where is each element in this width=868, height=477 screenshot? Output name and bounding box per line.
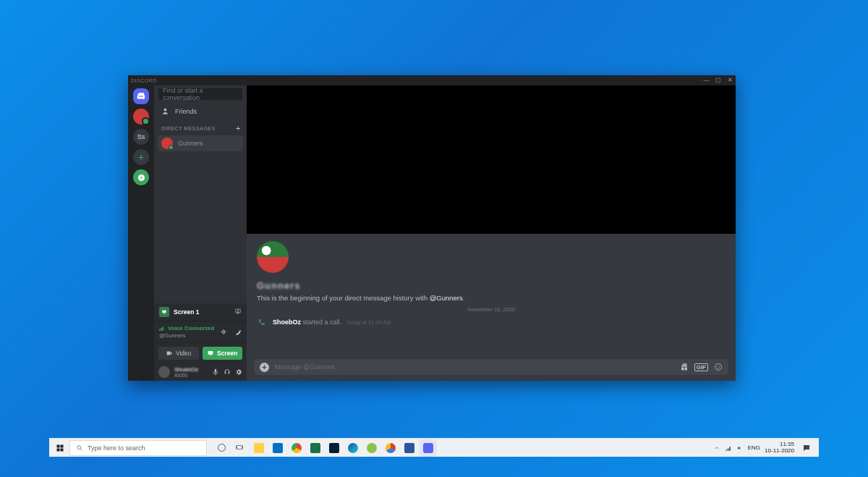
compass-icon	[137, 174, 145, 182]
recipient-avatar	[257, 241, 289, 273]
main-chat: Gunners This is the beginning of your di…	[247, 85, 736, 381]
svg-point-14	[77, 445, 81, 449]
action-center-button[interactable]	[799, 440, 814, 456]
user-info[interactable]: ShoebOz #0000	[158, 366, 198, 378]
chat-area: Gunners This is the beginning of your di…	[247, 234, 736, 355]
gif-button[interactable]: GIF	[694, 363, 708, 371]
call-message: ShoebOz started a call. Today at 11:24 A…	[257, 317, 726, 327]
taskbar-search[interactable]: Type here to search	[69, 440, 207, 456]
app-icon-2[interactable]	[382, 439, 399, 457]
user-bar: ShoebOz #0000	[154, 363, 247, 381]
app-icon[interactable]	[363, 439, 380, 457]
svg-rect-10	[57, 444, 60, 447]
svg-rect-12	[57, 448, 60, 451]
svg-rect-5	[208, 351, 213, 355]
home-button[interactable]	[133, 88, 149, 104]
direct-messages-header: DIRECT MESSAGES +	[154, 119, 247, 134]
window-controls: — ▢ ✕	[704, 77, 733, 83]
tray-chevron-icon[interactable]	[713, 444, 720, 452]
network-icon[interactable]	[725, 444, 732, 452]
language-indicator[interactable]: ENG	[748, 444, 760, 451]
svg-rect-16	[237, 445, 242, 449]
windows-taskbar: Type here to search ENG 11:35 10-11-2020	[49, 438, 819, 457]
edge-icon[interactable]	[344, 439, 362, 457]
create-dm-button[interactable]: +	[236, 124, 241, 132]
stop-screenshare-button[interactable]	[234, 308, 242, 316]
add-server-button[interactable]: +	[133, 149, 149, 165]
discord-window: DISCORD — ▢ ✕ Ss + Find or start a conve…	[128, 75, 736, 381]
minimize-button[interactable]: —	[704, 77, 710, 83]
window-titlebar: DISCORD — ▢ ✕	[128, 75, 736, 85]
discord-taskbar-icon[interactable]	[420, 439, 437, 457]
voice-connected-label: Voice Connected	[159, 325, 214, 332]
dm-item-gunners[interactable]: Gunners	[158, 135, 243, 151]
svg-point-9	[719, 366, 720, 366]
svg-rect-0	[162, 311, 166, 313]
user-settings-button[interactable]	[235, 368, 242, 376]
app-name: DISCORD	[131, 78, 157, 83]
emoji-button[interactable]	[714, 363, 723, 371]
welcome-message: This is the beginning of your direct mes…	[257, 294, 726, 302]
call-icon	[257, 317, 267, 327]
taskbar-clock[interactable]: 11:35 10-11-2020	[765, 442, 794, 455]
svg-rect-2	[159, 329, 160, 331]
word-icon[interactable]	[401, 439, 418, 457]
friends-button[interactable]: Friends	[154, 103, 247, 119]
excel-icon[interactable]	[307, 439, 324, 457]
search-icon	[76, 444, 83, 452]
photoshop-icon[interactable]	[326, 439, 343, 457]
message-input[interactable]: + Message @Gunners GIF	[254, 359, 728, 375]
server-ss[interactable]: Ss	[133, 129, 149, 145]
svg-rect-3	[161, 328, 161, 331]
attach-button[interactable]: +	[260, 363, 269, 372]
video-button[interactable]: Video	[158, 347, 199, 360]
dm-avatar-icon	[161, 138, 173, 149]
disconnect-button[interactable]	[234, 328, 242, 336]
svg-rect-6	[210, 355, 212, 356]
video-call-area[interactable]	[247, 85, 736, 234]
screenshare-thumb-icon	[159, 307, 169, 317]
screenshare-status: Screen 1	[154, 303, 247, 321]
system-tray: ENG 11:35 10-11-2020	[713, 440, 817, 456]
dm-panel: Find or start a conversation Friends DIR…	[154, 85, 247, 381]
voice-status: Voice Connected @Gunners	[154, 321, 247, 343]
friends-icon	[161, 107, 169, 115]
server-rail: Ss +	[128, 85, 154, 381]
close-button[interactable]: ✕	[728, 77, 733, 83]
taskbar-apps	[213, 439, 713, 457]
svg-rect-1	[163, 313, 165, 314]
panel-bottom: Screen 1 Voice Connected @Gunners	[154, 303, 247, 381]
windows-logo-icon	[56, 444, 64, 452]
maximize-button[interactable]: ▢	[715, 77, 722, 83]
gift-icon[interactable]	[680, 363, 689, 371]
noise-suppression-icon[interactable]	[220, 328, 228, 336]
svg-line-15	[80, 449, 82, 450]
explore-servers-button[interactable]	[133, 169, 149, 185]
deafen-button[interactable]	[224, 368, 231, 376]
signal-icon	[159, 326, 166, 331]
svg-rect-13	[61, 448, 64, 451]
start-button[interactable]	[51, 439, 69, 457]
mail-icon[interactable]	[269, 439, 286, 457]
volume-icon[interactable]	[736, 444, 744, 452]
mute-button[interactable]	[212, 368, 219, 376]
call-buttons: Video Screen	[154, 343, 247, 363]
date-divider: November 10, 2020	[257, 306, 726, 313]
screen-button[interactable]: Screen	[203, 347, 243, 360]
recipient-name: Gunners	[257, 280, 726, 291]
task-view-button[interactable]	[231, 439, 249, 457]
svg-rect-11	[61, 444, 64, 447]
discord-logo-icon	[136, 91, 146, 101]
server-dm-avatar[interactable]	[133, 109, 149, 124]
svg-point-7	[715, 364, 722, 371]
chrome-icon[interactable]	[288, 439, 305, 457]
file-explorer-icon[interactable]	[250, 439, 268, 457]
cortana-button[interactable]	[213, 439, 230, 457]
user-avatar-icon	[158, 366, 170, 378]
svg-rect-4	[163, 326, 163, 331]
find-conversation-input[interactable]: Find or start a conversation	[158, 88, 242, 100]
svg-point-8	[717, 366, 718, 366]
